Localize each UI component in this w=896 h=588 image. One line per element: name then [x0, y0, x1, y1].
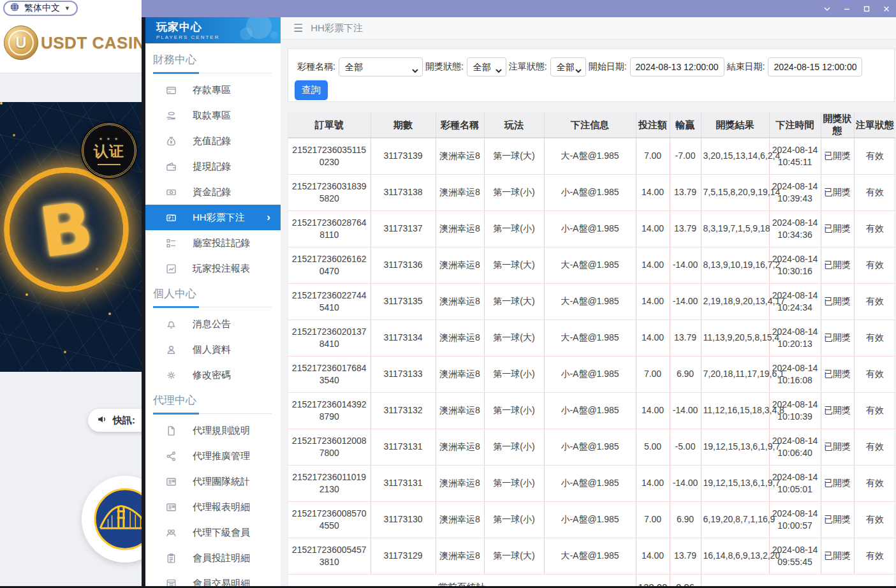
gear-icon	[165, 370, 177, 381]
sidebar-item-修改密碼[interactable]: 修改密碼	[145, 362, 281, 388]
table-cell: 大-A盤@1.985	[544, 138, 636, 174]
sidebar-item-代理團隊統計[interactable]: 代理團隊統計	[145, 469, 281, 494]
table-cell: 有效	[854, 392, 895, 429]
sidebar-item-會員交易明細[interactable]: 會員交易明細	[145, 571, 281, 588]
bets-table-card: 訂單號期數彩種名稱玩法下注信息投注額輸贏開獎結果下注時間開獎狀態注單狀態2152…	[288, 112, 895, 588]
order-status-select[interactable]: 全部	[550, 57, 586, 77]
end-date-input[interactable]	[768, 57, 862, 77]
table-cell: 第一球(小)	[484, 501, 544, 538]
table-cell: 已開獎	[821, 392, 854, 429]
table-row: 215217236031839582031173138澳洲幸运8第一球(小)小-…	[288, 174, 895, 210]
sidebar-item-廳室投註記錄[interactable]: 廳室投註記錄	[145, 230, 281, 256]
table-cell: 2152172360143928790	[288, 392, 371, 429]
start-date-input[interactable]	[630, 57, 724, 77]
sidebar-item-存款專區[interactable]: 存款專區	[145, 77, 281, 103]
table-cell: 小-A盤@1.985	[544, 429, 636, 465]
table-cell: -14.00	[670, 392, 701, 429]
table-cell: 有效	[854, 356, 895, 392]
maximize-icon[interactable]	[856, 0, 876, 17]
section-underline	[153, 305, 272, 307]
sidebar: 玩家中心 PLAYERS CENTER 財務中心存款專區取款專區充值記錄提現記錄…	[142, 17, 281, 588]
table-cell: 第一球(大)	[484, 247, 544, 283]
chevron-down-icon[interactable]	[817, 0, 837, 17]
sidebar-item-代理推廣管理[interactable]: 代理推廣管理	[145, 443, 281, 469]
brand-header: 繁体中文 ▼ U USDT CASINO	[0, 0, 142, 73]
table-cell: 澳洲幸运8	[436, 283, 484, 320]
sidebar-item-資金記錄[interactable]: 資金記錄	[145, 179, 281, 205]
sidebar-item-label: 代理團隊統計	[193, 476, 250, 488]
table-cell: 8,13,9,10,19,16,7,2	[701, 247, 769, 283]
column-header: 期數	[371, 113, 436, 138]
table-cell: 6.90	[670, 356, 701, 392]
table-cell: 2152172360287648110	[288, 210, 371, 247]
column-header: 彩種名稱	[436, 113, 484, 138]
table-cell: 19,12,15,13,6,1,9,7	[701, 429, 769, 465]
sidebar-item-個人資料[interactable]: 個人資料	[145, 337, 281, 362]
table-row: 215217236026162047031173136澳洲幸运8第一球(大)大-…	[288, 247, 895, 283]
sidebar-item-代理規則說明[interactable]: 代理規則說明	[145, 418, 281, 443]
sidebar-item-代理報表明細[interactable]: 代理報表明細	[145, 494, 281, 520]
table-cell: 小-A盤@1.985	[544, 210, 636, 247]
table-cell: 8,3,19,7,1,5,9,18	[701, 210, 769, 247]
withdraw-hand-icon	[165, 110, 177, 121]
table-cell: 大-A盤@1.985	[544, 538, 636, 574]
news-icon	[165, 476, 177, 487]
cash-icon	[165, 187, 177, 198]
table-cell: 有效	[854, 501, 895, 538]
table-cell: 13.79	[670, 210, 701, 247]
ticker-label: 快訊:	[113, 415, 135, 427]
table-cell: 有效	[854, 138, 895, 174]
table-cell: 31173133	[371, 356, 436, 392]
table-cell: -7.00	[670, 138, 701, 174]
table-cell: 14.00	[636, 247, 670, 283]
table-cell: 已開獎	[821, 429, 854, 465]
hamburger-icon[interactable]: ☰	[293, 22, 303, 35]
news-ticker[interactable]: 快訊:	[88, 409, 142, 432]
sidebar-item-提現記錄[interactable]: 提現記錄	[145, 154, 281, 179]
close-icon[interactable]	[876, 0, 896, 17]
table-cell: 有效	[854, 320, 895, 356]
table-cell: 有效	[854, 538, 895, 574]
table-row: 215217236017684354031173133澳洲幸运8第一球(小)小-…	[288, 356, 895, 392]
column-header: 投注額	[636, 113, 670, 138]
share-icon	[165, 451, 177, 462]
table-cell: 2,19,18,9,20,13,4,17	[701, 283, 769, 320]
left-brand-panel: 繁体中文 ▼ U USDT CASINO B ★ ★ ★ 认证 快訊:	[0, 0, 142, 588]
column-header: 下注信息	[544, 113, 636, 138]
draw-status-select[interactable]: 全部	[467, 57, 506, 77]
table-cell: 有效	[854, 247, 895, 283]
table-cell: 31173131	[371, 465, 436, 501]
table-cell: 2152172360351150230	[288, 138, 371, 174]
hall-record-icon	[165, 238, 177, 249]
lottery-ticket-icon	[165, 212, 177, 223]
minimize-icon[interactable]	[837, 0, 856, 17]
sidebar-item-消息公告[interactable]: 消息公告	[145, 311, 281, 337]
lottery-name-select[interactable]: 全部	[339, 57, 423, 77]
table-cell: 已開獎	[821, 247, 854, 283]
user-icon	[165, 344, 177, 355]
column-header: 下注時間	[769, 113, 821, 138]
column-header: 開獎結果	[701, 113, 769, 138]
search-button[interactable]: 查詢	[295, 80, 328, 100]
sidebar-item-玩家投注報表[interactable]: 玩家投注報表	[145, 256, 281, 281]
bitcoin-banner: B ★ ★ ★ 认证	[0, 102, 142, 372]
column-header: 注單狀態	[854, 113, 895, 138]
sidebar-item-label: 提現記錄	[193, 161, 231, 173]
table-cell: 第一球(小)	[484, 356, 544, 392]
table-cell: 2152172360227445410	[288, 283, 371, 320]
sidebar-item-代理下級會員[interactable]: 代理下級會員	[145, 520, 281, 545]
table-cell: 31173136	[371, 247, 436, 283]
sidebar-item-充值記錄[interactable]: 充值記錄	[145, 128, 281, 154]
table-cell: 14.00	[636, 210, 670, 247]
sidebar-item-HH彩票下注[interactable]: HH彩票下注›	[145, 205, 281, 230]
users-icon	[165, 527, 177, 538]
table-cell: 已開獎	[821, 356, 854, 392]
section-underline	[153, 71, 272, 73]
table-cell: 小-A盤@1.985	[544, 174, 636, 210]
language-selector[interactable]: 繁体中文 ▼	[3, 1, 78, 16]
table-cell: 6.90	[670, 501, 701, 538]
sidebar-item-取款專區[interactable]: 取款專區	[145, 103, 281, 128]
sidebar-item-會員投註明細[interactable]: 會員投註明細	[145, 545, 281, 571]
table-row: 215217236035115023031173139澳洲幸运8第一球(大)大-…	[288, 138, 895, 174]
table-cell: 大-A盤@1.985	[544, 320, 636, 356]
